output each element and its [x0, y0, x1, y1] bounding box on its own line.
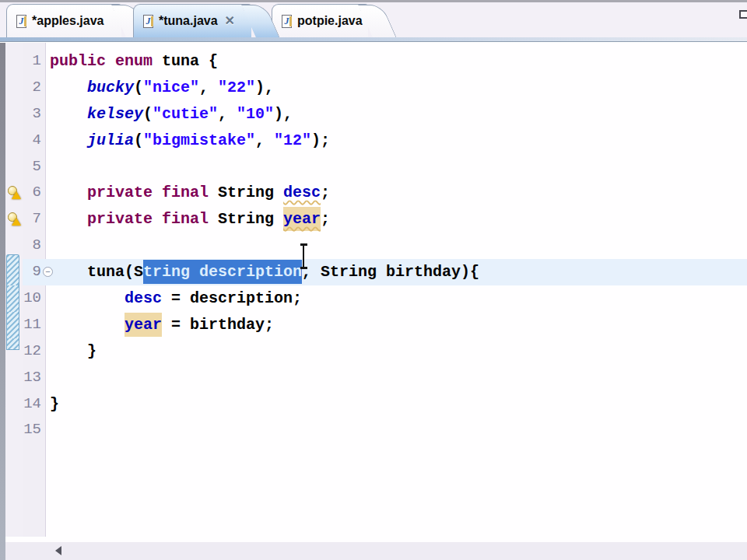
tab-potpie-java[interactable]: J potpie.java: [272, 4, 368, 37]
code-segment: String: [209, 184, 283, 201]
annotation-ruler-cell[interactable]: [5, 128, 23, 154]
code-line[interactable]: [46, 233, 747, 259]
annotation-ruler-cell[interactable]: [5, 206, 23, 233]
code-line[interactable]: public enum tuna {: [46, 48, 747, 75]
line-number[interactable]: 2: [23, 75, 46, 101]
annotation-ruler-cell[interactable]: [5, 285, 23, 312]
code-segment: tuna {: [153, 52, 218, 70]
code-line[interactable]: private final String year;: [46, 206, 747, 233]
line-number[interactable]: 10: [23, 285, 46, 312]
line-number[interactable]: 1: [23, 48, 46, 75]
code-segment: [153, 184, 162, 201]
code-line[interactable]: bucky("nice", "22"),: [46, 75, 747, 101]
close-icon[interactable]: ✕: [225, 15, 235, 27]
code-segment: kelsey: [87, 105, 143, 123]
line-number[interactable]: 15: [23, 417, 46, 443]
code-editor: 1public enum tuna {2 bucky("nice", "22")…: [5, 43, 747, 542]
line-number[interactable]: 6: [23, 180, 46, 206]
code-segment: }: [50, 395, 59, 413]
code-segment: final: [162, 184, 209, 201]
annotation-ruler-cell[interactable]: [5, 338, 23, 365]
code-segment: private: [87, 184, 153, 201]
line-number[interactable]: 14: [23, 391, 46, 418]
code-segment: private: [87, 210, 153, 228]
code-line[interactable]: year = birthday;: [46, 312, 747, 338]
code-line[interactable]: private final String desc;: [46, 180, 747, 206]
window-left-edge: [0, 43, 5, 560]
code-segment: [50, 105, 87, 123]
annotation-ruler-cell[interactable]: [5, 154, 23, 180]
line-number[interactable]: 7: [23, 206, 46, 233]
warning-icon[interactable]: [8, 212, 20, 226]
code-segment: ,: [199, 79, 218, 96]
code-segment: "nice": [143, 79, 199, 96]
line-number[interactable]: 8: [23, 233, 46, 259]
code-segment: [50, 79, 87, 96]
code-segment: "bigmistake": [143, 131, 255, 149]
tab-label: potpie.java: [297, 14, 363, 28]
annotation-ruler-cell[interactable]: [5, 180, 23, 206]
line-number[interactable]: 5: [23, 154, 46, 180]
annotation-ruler-cell[interactable]: [5, 391, 23, 418]
annotation-ruler-cell[interactable]: [5, 75, 23, 101]
tab-bar-bottom-strip: [0, 37, 747, 42]
code-segment: String: [209, 210, 283, 228]
annotation-ruler-cell[interactable]: [5, 259, 23, 285]
code-line[interactable]: − tuna(String description, String birthd…: [46, 259, 747, 285]
editor-grid: 1public enum tuna {2 bucky("nice", "22")…: [5, 43, 747, 542]
annotation-ruler-cell[interactable]: [5, 365, 23, 391]
code-segment: desc: [283, 184, 321, 201]
code-segment: = description;: [162, 289, 302, 307]
code-segment: ;: [321, 210, 330, 228]
range-indicator: [6, 338, 19, 350]
code-line[interactable]: julia("bigmistake", "12");: [46, 128, 747, 154]
maximize-icon[interactable]: [739, 10, 747, 19]
range-indicator: [6, 254, 19, 285]
tab-label: *apples.java: [32, 14, 104, 28]
code-line[interactable]: desc = description;: [46, 285, 747, 312]
java-file-icon: J: [282, 15, 292, 28]
line-number[interactable]: 11: [23, 312, 46, 338]
warning-icon[interactable]: [8, 186, 20, 199]
code-segment: public: [50, 52, 106, 70]
range-indicator: [6, 285, 19, 312]
code-segment: tuna(S: [50, 263, 143, 281]
annotation-ruler-cell[interactable]: [5, 312, 23, 338]
code-segment: }: [50, 342, 96, 360]
annotation-ruler-cell[interactable]: [5, 48, 23, 75]
code-segment: "22": [218, 79, 255, 96]
code-segment: "cutie": [153, 105, 218, 123]
code-segment: "12": [274, 131, 311, 149]
line-number[interactable]: 12: [23, 338, 46, 365]
editor-tab-bar: J *apples.java J potpie.java J *tuna.jav…: [0, 2, 747, 37]
code-segment: [50, 184, 87, 201]
code-segment: enum: [115, 52, 153, 70]
code-line[interactable]: [46, 154, 747, 180]
code-segment: (: [134, 79, 143, 96]
code-segment: (: [143, 105, 153, 123]
line-number[interactable]: 3: [23, 101, 46, 128]
code-segment: final: [162, 210, 209, 228]
code-segment: ),: [255, 79, 274, 96]
code-line[interactable]: }: [46, 338, 747, 365]
tab-apples-java[interactable]: J *apples.java: [6, 4, 121, 37]
code-segment: ,: [218, 105, 237, 123]
code-segment: desc: [124, 289, 162, 307]
code-line[interactable]: [46, 365, 747, 391]
horizontal-scrollbar[interactable]: [5, 542, 747, 560]
code-line[interactable]: [46, 417, 747, 443]
code-segment: [106, 52, 115, 70]
line-number[interactable]: 4: [23, 128, 46, 154]
code-line[interactable]: kelsey("cutie", "10"),: [46, 101, 747, 128]
code-segment: [153, 210, 162, 228]
annotation-ruler-cell[interactable]: [5, 101, 23, 128]
annotation-ruler-cell[interactable]: [5, 417, 23, 443]
code-segment: bucky: [87, 79, 134, 96]
scroll-left-arrow-icon[interactable]: [55, 546, 61, 555]
code-segment: [50, 289, 124, 307]
code-segment: = birthday;: [162, 316, 274, 334]
tab-tuna-java[interactable]: J *tuna.java ✕: [133, 4, 251, 37]
code-line[interactable]: }: [46, 391, 747, 418]
line-number[interactable]: 13: [23, 365, 46, 391]
code-segment: ),: [274, 105, 293, 123]
